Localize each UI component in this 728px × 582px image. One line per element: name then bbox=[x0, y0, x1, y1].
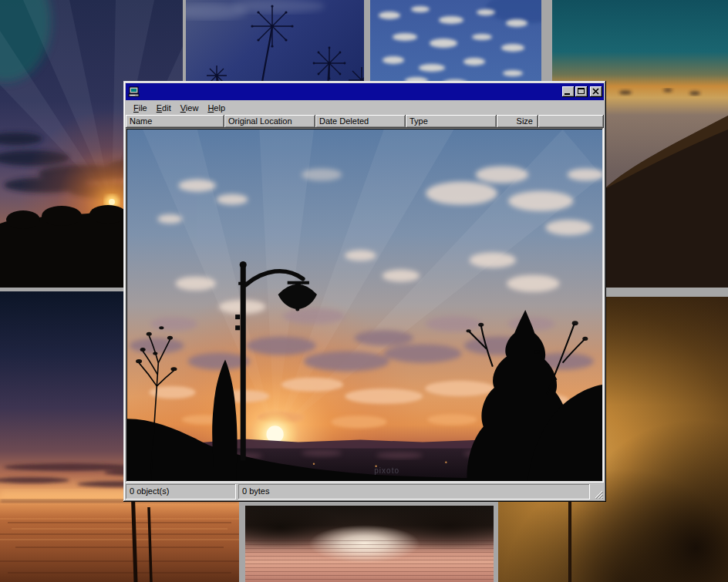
column-header-row: Name Original Location Date Deleted Type… bbox=[126, 115, 604, 128]
resize-grip-icon bbox=[593, 489, 603, 499]
column-header-original-location[interactable]: Original Location bbox=[224, 115, 315, 128]
window-icon[interactable] bbox=[128, 86, 140, 98]
status-size: 0 bytes bbox=[238, 484, 590, 500]
column-header-filler[interactable] bbox=[538, 115, 604, 128]
water-ripples bbox=[245, 540, 494, 582]
list-view[interactable]: pixoto bbox=[126, 128, 604, 483]
resize-grip[interactable] bbox=[592, 484, 604, 500]
photo-watermark: pixoto bbox=[374, 466, 399, 475]
sunset-streetlamp-photo bbox=[127, 130, 602, 481]
minimize-button[interactable] bbox=[562, 86, 575, 97]
close-button[interactable] bbox=[590, 86, 602, 97]
title-bar[interactable] bbox=[126, 83, 604, 100]
desktop: { "window": { "title": "", "controls": [… bbox=[0, 0, 728, 582]
status-objects: 0 object(s) bbox=[126, 484, 236, 500]
maximize-button[interactable] bbox=[575, 86, 588, 97]
column-header-type[interactable]: Type bbox=[406, 115, 497, 128]
menu-view[interactable]: View bbox=[176, 102, 204, 114]
maximize-icon bbox=[578, 88, 585, 94]
column-header-date-deleted[interactable]: Date Deleted bbox=[315, 115, 406, 128]
status-bar: 0 object(s) 0 bytes bbox=[126, 484, 604, 500]
menu-bar: File Edit View Help bbox=[126, 100, 604, 115]
menu-edit[interactable]: Edit bbox=[152, 102, 176, 114]
close-icon bbox=[592, 88, 599, 95]
menu-help[interactable]: Help bbox=[203, 102, 230, 114]
recycle-bin-window: File Edit View Help Name Original Locati… bbox=[123, 81, 606, 502]
menu-file[interactable]: File bbox=[129, 102, 152, 114]
column-header-size[interactable]: Size bbox=[497, 115, 538, 128]
background-photo-water-reflection bbox=[245, 506, 494, 582]
minimize-icon bbox=[565, 93, 570, 95]
column-header-name[interactable]: Name bbox=[126, 115, 224, 128]
